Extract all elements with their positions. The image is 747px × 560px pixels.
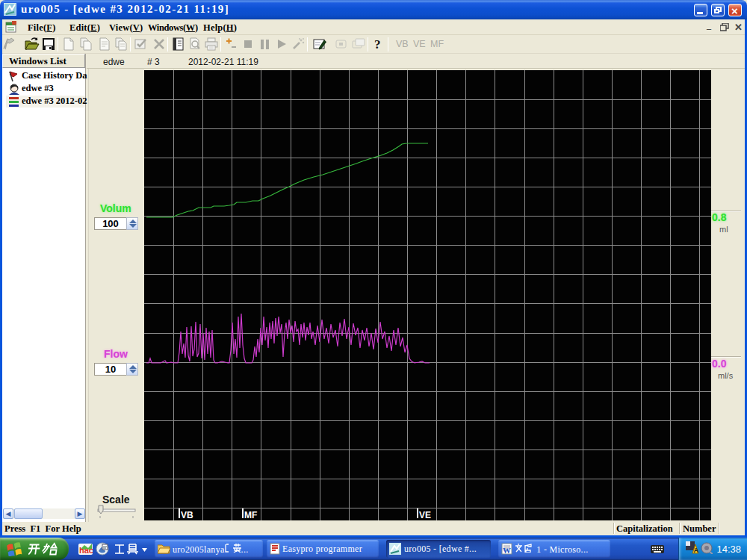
- svg-text:?: ?: [374, 37, 381, 52]
- svg-text:hac: hac: [79, 546, 93, 555]
- svg-text:W: W: [503, 546, 511, 555]
- svg-text:A: A: [694, 547, 699, 554]
